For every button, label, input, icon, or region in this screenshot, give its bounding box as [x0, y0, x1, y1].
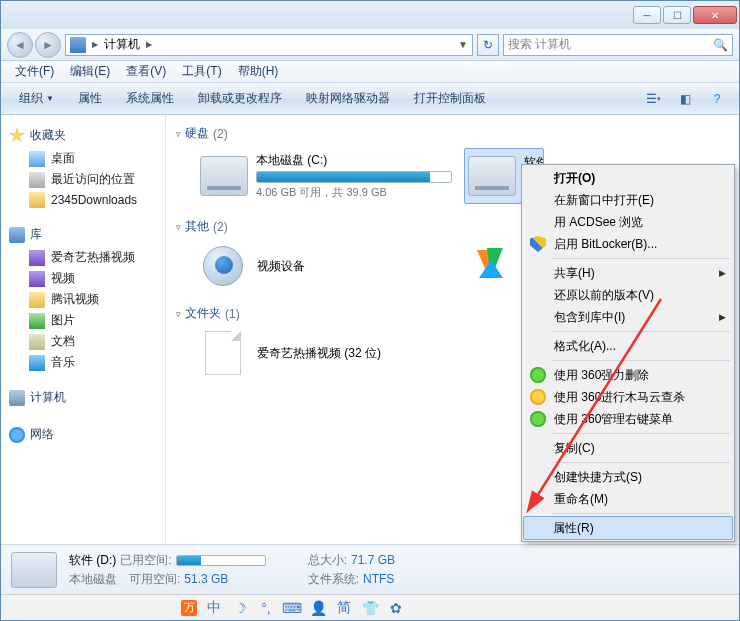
ctx-properties[interactable]: 属性(R)	[523, 516, 733, 540]
preview-pane-button[interactable]: ◧	[671, 88, 699, 110]
document-icon	[29, 334, 45, 350]
sidebar-item-documents[interactable]: 文档	[7, 331, 159, 352]
collapse-icon: ▿	[176, 222, 181, 232]
system-properties-button[interactable]: 系统属性	[116, 86, 184, 111]
ime-punct-icon[interactable]: °,	[257, 599, 275, 617]
drive-icon	[11, 552, 57, 588]
status-fs-val: NTFS	[363, 572, 394, 586]
status-total-val: 71.7 GB	[351, 553, 395, 567]
ctx-share[interactable]: 共享(H)▶	[524, 262, 732, 284]
group-drives-header[interactable]: ▿ 硬盘 (2)	[176, 123, 729, 144]
ctx-shortcut[interactable]: 创建快捷方式(S)	[524, 466, 732, 488]
music-icon	[29, 355, 45, 371]
sidebar-item-pictures[interactable]: 图片	[7, 310, 159, 331]
ime-user-icon[interactable]: 👤	[309, 599, 327, 617]
uninstall-button[interactable]: 卸载或更改程序	[188, 86, 292, 111]
menu-help[interactable]: 帮助(H)	[230, 60, 287, 83]
video-icon	[29, 250, 45, 266]
computer-icon	[9, 390, 25, 406]
ime-skin-icon[interactable]: 👕	[361, 599, 379, 617]
menu-tools[interactable]: 工具(T)	[174, 60, 229, 83]
ctx-format[interactable]: 格式化(A)...	[524, 335, 732, 357]
recent-icon	[29, 172, 45, 188]
ctx-include-library[interactable]: 包含到库中(I)▶	[524, 306, 732, 328]
dropdown-icon[interactable]: ▼	[458, 39, 468, 50]
ime-settings-icon[interactable]: ✿	[387, 599, 405, 617]
refresh-button[interactable]: ↻	[477, 34, 499, 56]
address-bar[interactable]: ▶ 计算机 ▶ ▼	[65, 34, 473, 56]
sidebar-item-tencent[interactable]: 腾讯视频	[7, 289, 159, 310]
menu-file[interactable]: 文件(F)	[7, 60, 62, 83]
menu-view[interactable]: 查看(V)	[118, 60, 174, 83]
ctx-copy[interactable]: 复制(C)	[524, 437, 732, 459]
sidebar-item-music[interactable]: 音乐	[7, 352, 159, 373]
statusbar: 软件 (D:) 已用空间: 本地磁盘 可用空间: 51.3 GB 总大小: 71…	[1, 544, 739, 594]
camera-icon	[203, 246, 243, 286]
collapse-icon: ▿	[176, 309, 181, 319]
menubar: 文件(F) 编辑(E) 查看(V) 工具(T) 帮助(H)	[1, 61, 739, 83]
status-free-val: 51.3 GB	[184, 572, 228, 586]
search-input[interactable]: 搜索 计算机 🔍	[503, 34, 733, 56]
status-type: 本地磁盘	[69, 571, 117, 588]
status-free-label: 可用空间:	[129, 571, 180, 588]
sidebar-item-videos[interactable]: 视频	[7, 268, 159, 289]
search-icon: 🔍	[713, 38, 728, 52]
menu-edit[interactable]: 编辑(E)	[62, 60, 118, 83]
map-drive-button[interactable]: 映射网络驱动器	[296, 86, 400, 111]
ime-simp[interactable]: 简	[335, 599, 353, 617]
ime-lang[interactable]: 中	[205, 599, 223, 617]
status-used-bar	[176, 555, 266, 566]
properties-button[interactable]: 属性	[68, 86, 112, 111]
ctx-acdsee[interactable]: 用 ACDSee 浏览	[524, 211, 732, 233]
minimize-button[interactable]: ─	[633, 6, 661, 24]
item-iqiyi-folder[interactable]: 爱奇艺热播视频 (32 位)	[196, 328, 456, 378]
collapse-icon: ▿	[176, 129, 181, 139]
item-camera-label: 视频设备	[257, 258, 305, 275]
drive-c[interactable]: 本地磁盘 (C:) 4.06 GB 可用，共 39.9 GB	[196, 148, 456, 204]
libraries-header[interactable]: 库	[7, 224, 159, 247]
ctx-open-new-window[interactable]: 在新窗口中打开(E)	[524, 189, 732, 211]
sidebar-item-recent[interactable]: 最近访问的位置	[7, 169, 159, 190]
forward-button[interactable]: ►	[35, 32, 61, 58]
video-icon	[29, 271, 45, 287]
organize-button[interactable]: 组织 ▼	[9, 86, 64, 111]
ime-toolbar: 万 中 ☽ °, ⌨ 👤 简 👕 ✿	[1, 594, 739, 620]
computer-icon	[70, 37, 86, 53]
network-header[interactable]: 网络	[7, 424, 159, 447]
ime-keyboard-icon[interactable]: ⌨	[283, 599, 301, 617]
breadcrumb-computer[interactable]: 计算机	[104, 36, 140, 53]
item-camera[interactable]: 视频设备	[196, 241, 456, 291]
control-panel-button[interactable]: 打开控制面板	[404, 86, 496, 111]
drive-c-usage	[256, 171, 452, 183]
close-button[interactable]: ✕	[693, 6, 737, 24]
favorites-header[interactable]: 收藏夹	[7, 125, 159, 148]
toolbar: 组织 ▼ 属性 系统属性 卸载或更改程序 映射网络驱动器 打开控制面板 ☰ ▾ …	[1, 83, 739, 115]
ctx-360-menu[interactable]: 使用 360管理右键菜单	[524, 408, 732, 430]
tencent-icon	[471, 246, 511, 286]
ctx-restore[interactable]: 还原以前的版本(V)	[524, 284, 732, 306]
maximize-button[interactable]: ☐	[663, 6, 691, 24]
sidebar-item-iqiyi[interactable]: 爱奇艺热播视频	[7, 247, 159, 268]
computer-header[interactable]: 计算机	[7, 387, 159, 410]
ctx-open[interactable]: 打开(O)	[524, 167, 732, 189]
drive-c-label: 本地磁盘 (C:)	[256, 152, 452, 169]
360-scan-icon	[530, 389, 546, 405]
item-tencent[interactable]: 腾	[464, 241, 524, 291]
ctx-360-delete[interactable]: 使用 360强力删除	[524, 364, 732, 386]
submenu-arrow-icon: ▶	[719, 312, 726, 322]
ime-icon[interactable]: 万	[181, 600, 197, 616]
chevron-right-icon: ▶	[146, 40, 152, 49]
ime-moon-icon[interactable]: ☽	[231, 599, 249, 617]
shield-icon	[530, 236, 546, 252]
sidebar-item-downloads[interactable]: 2345Downloads	[7, 190, 159, 210]
ctx-rename[interactable]: 重命名(M)	[524, 488, 732, 510]
view-options-button[interactable]: ☰ ▾	[639, 88, 667, 110]
ctx-bitlocker[interactable]: 启用 BitLocker(B)...	[524, 233, 732, 255]
explorer-window: ─ ☐ ✕ ◄ ► ▶ 计算机 ▶ ▼ ↻ 搜索 计算机 🔍 文件(F) 编辑(…	[0, 0, 740, 621]
sidebar-item-desktop[interactable]: 桌面	[7, 148, 159, 169]
folder-icon	[29, 192, 45, 208]
status-used-label: 已用空间:	[120, 552, 171, 569]
back-button[interactable]: ◄	[7, 32, 33, 58]
ctx-360-scan[interactable]: 使用 360进行木马云查杀	[524, 386, 732, 408]
help-button[interactable]: ?	[703, 88, 731, 110]
